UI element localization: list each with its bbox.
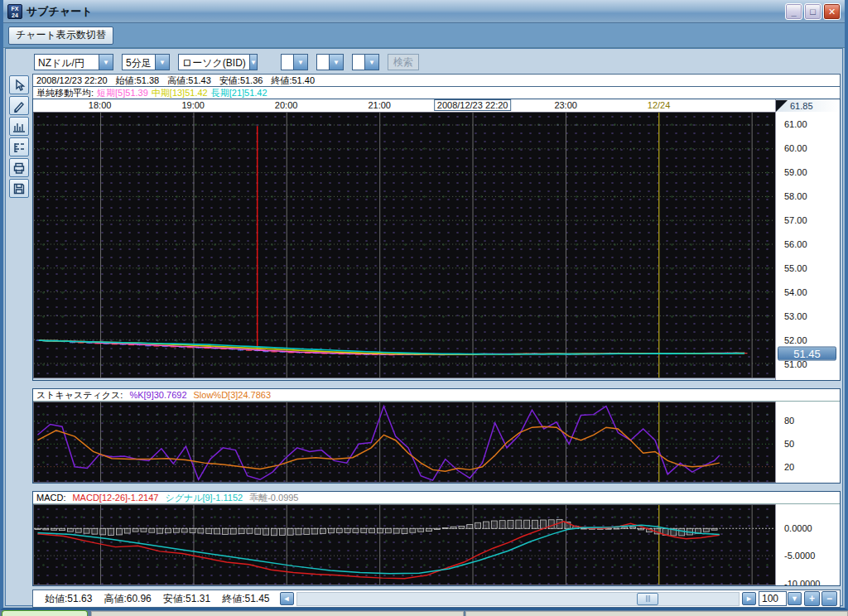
zoom-out-button[interactable]: −: [822, 591, 837, 606]
session-open: 始値:51.63: [45, 592, 92, 606]
printer-icon: [12, 161, 26, 175]
indicator-select-3[interactable]: ▼: [352, 54, 379, 70]
y-tick-label: 59.00: [784, 167, 807, 177]
ruler-icon: [12, 141, 26, 154]
macd-block: MACD: MACD[12-26]-1.2147 シグナル[9]-1.1152 …: [32, 491, 841, 586]
scale-tool-button[interactable]: [9, 137, 29, 156]
chart-style-select[interactable]: ローソク(BID) ▼: [178, 54, 258, 70]
main-chart-block: 18:0019:0020:0021:0023:002008/12/23 22:2…: [32, 99, 841, 381]
y-tick-label: 54.00: [784, 287, 807, 297]
indicator-select-2[interactable]: ▼: [316, 54, 344, 70]
subchart-window: FX 24 サブチャート _ □ ✕ チャート表示数切替 NZドル/円 ▼ 5分…: [0, 0, 848, 610]
session-status-bar: 始値:51.63 高値:60.96 安値:51.31 終値:51.45 ◄ ► …: [32, 590, 841, 608]
background-gray-bar: [465, 611, 848, 616]
time-axis-label: 23:00: [554, 100, 577, 110]
time-axis: 18:0019:0020:0021:0023:002008/12/23 22:2…: [33, 99, 775, 112]
macd-axis: 5.00000.0000-5.0000-10.0000: [775, 504, 840, 585]
y-tick-label: 57.00: [784, 215, 807, 225]
tracker-datetime-label: 2008/12/23 22:20: [434, 99, 512, 111]
y-tick-label: 60.00: [784, 143, 807, 153]
chevron-down-icon[interactable]: ▼: [99, 55, 113, 70]
price-chart-plot[interactable]: [33, 112, 775, 378]
y-tick-label: 58.00: [784, 191, 807, 201]
indicator-value-1: [282, 55, 293, 70]
y-tick-label: 55.00: [784, 263, 807, 273]
info-datetime: 2008/12/23 22:20: [36, 75, 108, 85]
drawing-toolbar: [7, 74, 32, 608]
stochastics-header: ストキャスティクス: %K[9]30.7692 Slow%D[3]24.7863: [33, 389, 840, 402]
y-tick-label: 51.00: [784, 359, 807, 369]
scroll-left-button[interactable]: ◄: [280, 592, 294, 605]
chevron-down-icon[interactable]: ▼: [364, 55, 378, 70]
sma-info-line: 単純移動平均: 短期[5]51.39 中期[13]51.42 長期[21]51.…: [32, 86, 841, 99]
stochastics-d-value: Slow%D[3]24.7863: [194, 390, 272, 400]
background-green-tab: [2, 610, 88, 616]
indicator-value-3: [353, 55, 364, 70]
ohlc-info-line: 2008/12/23 22:20 始値:51.38 高値:51.43 安値:51…: [32, 74, 841, 86]
indicator-value-2: [317, 55, 329, 70]
menu-band: チャート表示数切替: [3, 23, 845, 48]
y-tick-label: -10.0000: [784, 579, 820, 585]
session-high: 高値:60.96: [104, 592, 151, 606]
day-boundary-label: 12/24: [648, 100, 671, 110]
y-tick-label: 56.00: [784, 239, 807, 249]
scrollbar-track[interactable]: [296, 592, 740, 606]
background-windows-strip: [0, 610, 848, 616]
info-open: 始値:51.38: [116, 75, 160, 87]
chevron-down-icon[interactable]: ▼: [155, 55, 169, 70]
maximize-button[interactable]: □: [804, 3, 822, 20]
stochastics-axis: 805020: [775, 402, 840, 483]
background-gray-bar: [91, 611, 464, 616]
bar-count-field[interactable]: 100: [759, 591, 787, 606]
timeframe-select[interactable]: 5分足 ▼: [122, 54, 170, 70]
chevron-down-icon[interactable]: ▼: [293, 55, 307, 70]
currency-pair-value: NZドル/円: [35, 55, 99, 70]
time-axis-label: 18:00: [89, 100, 112, 110]
y-tick-label: 5.0000: [784, 504, 812, 505]
scale-high-value: 61.85: [790, 101, 813, 111]
y-tick-label: 53.00: [784, 311, 807, 321]
info-low: 安値:51.36: [219, 75, 263, 87]
marker-wedge-icon: [776, 100, 788, 112]
print-tool-button[interactable]: [9, 158, 29, 177]
macd-plot[interactable]: [33, 504, 775, 585]
scrollbar-thumb[interactable]: [637, 593, 658, 605]
chart-count-toggle-button[interactable]: チャート表示数切替: [8, 26, 113, 45]
y-tick-label: 80: [784, 416, 794, 426]
select-tool-button[interactable]: [9, 75, 29, 94]
bar-count-dropdown-button[interactable]: ▼: [788, 592, 802, 605]
bar-chart-icon: [12, 120, 26, 133]
trendline-tool-button[interactable]: [9, 96, 29, 115]
chevron-down-icon[interactable]: ▼: [249, 55, 257, 70]
chart-type-tool-button[interactable]: [9, 117, 29, 136]
y-tick-label: 50: [784, 439, 794, 449]
save-chart-tool-button[interactable]: [9, 179, 29, 198]
app-icon-text-bottom: 24: [8, 12, 22, 19]
scroll-right-button[interactable]: ►: [742, 592, 756, 605]
timeframe-value: 5分足: [123, 55, 155, 70]
sma-long-value: 長期[21]51.42: [211, 87, 267, 99]
currency-pair-select[interactable]: NZドル/円 ▼: [34, 54, 113, 70]
time-axis-label: 20:00: [275, 100, 298, 110]
stochastics-plot[interactable]: [33, 402, 775, 483]
macd-title: MACD:: [36, 493, 65, 503]
window-title: サブチャート: [26, 4, 93, 19]
chart-style-value: ローソク(BID): [179, 55, 249, 70]
y-tick-label: 0.0000: [784, 523, 812, 533]
app-icon: FX 24: [7, 4, 22, 19]
content-area: NZドル/円 ▼ 5分足 ▼ ローソク(BID) ▼ ▼ ▼ ▼: [5, 48, 843, 606]
close-button[interactable]: ✕: [823, 3, 841, 20]
macd-line-value: MACD[12-26]-1.2147: [72, 493, 158, 503]
stochastics-block: ストキャスティクス: %K[9]30.7692 Slow%D[3]24.7863…: [32, 388, 841, 484]
minimize-button[interactable]: _: [785, 3, 802, 20]
sma-title: 単純移動平均:: [36, 87, 94, 99]
session-close: 終値:51.45: [222, 592, 269, 606]
indicator-select-1[interactable]: ▼: [281, 54, 308, 70]
y-tick-label: 61.00: [784, 119, 807, 129]
stochastics-title: ストキャスティクス:: [36, 389, 123, 402]
save-icon: [12, 182, 26, 195]
search-button[interactable]: 検索: [388, 54, 419, 70]
zoom-in-button[interactable]: +: [804, 591, 820, 606]
time-axis-label: 19:00: [181, 100, 205, 110]
chevron-down-icon[interactable]: ▼: [329, 55, 343, 70]
